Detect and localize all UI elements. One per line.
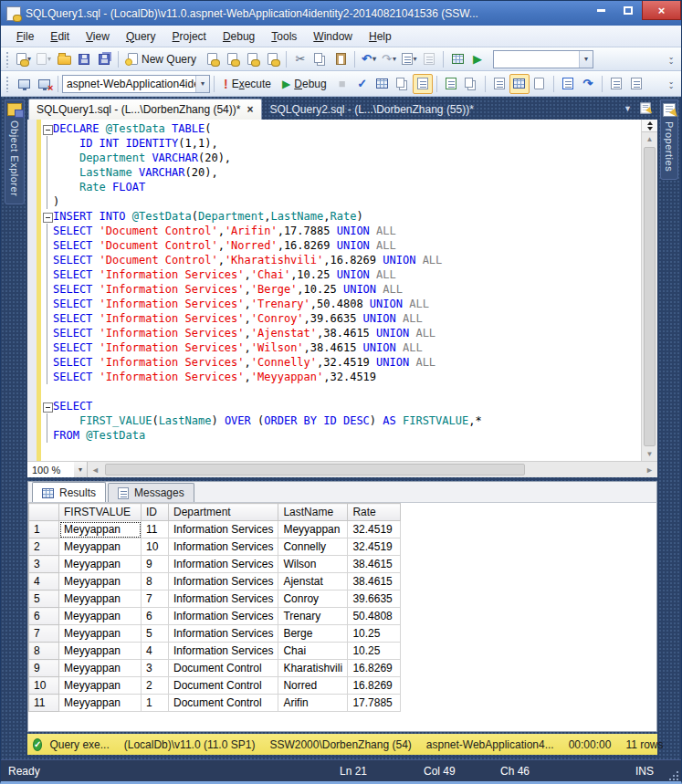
results-to-grid-button[interactable]	[509, 74, 530, 94]
code-line-7[interactable]: INSERT INTO @TestData(Department,LastNam…	[41, 209, 641, 224]
save-all-button[interactable]	[94, 49, 114, 69]
table-row[interactable]: 10Meyyappan2Document ControlNorred16.826…	[29, 677, 401, 695]
row-number-cell[interactable]: 8	[29, 643, 59, 660]
editor-vertical-scrollbar[interactable]: ▲ ▼	[641, 120, 657, 461]
row-number-cell[interactable]: 1	[29, 521, 59, 538]
connect-button[interactable]	[14, 74, 34, 94]
row-number-cell[interactable]: 3	[29, 556, 59, 573]
column-header-firstvalue[interactable]: FIRSTVALUE	[59, 504, 142, 521]
resize-grip-icon[interactable]	[666, 768, 679, 781]
code-editor[interactable]: DECLARE @TestData TABLE( ID INT IDENTITY…	[27, 120, 657, 461]
tab-results[interactable]: Results	[32, 482, 106, 502]
row-number-cell[interactable]: 6	[29, 608, 59, 625]
results-to-text-button[interactable]	[489, 74, 509, 94]
grid-cell[interactable]: Wilson	[278, 556, 348, 573]
xmla-query-button[interactable]	[262, 49, 282, 69]
grid-cell[interactable]: Document Control	[169, 677, 278, 695]
code-line-18[interactable]: SELECT 'Information Services','Meyyappan…	[41, 370, 641, 384]
menu-project[interactable]: Project	[164, 27, 215, 46]
cut-button[interactable]: ✂	[290, 49, 310, 69]
tab-messages[interactable]: Messages	[108, 483, 194, 502]
code-line-8[interactable]: SELECT 'Document Control','Arifin',17.78…	[41, 224, 641, 238]
grid-cell[interactable]: Meyyappan	[59, 591, 142, 608]
grid-cell[interactable]: Meyyappan	[59, 573, 142, 591]
menu-tools[interactable]: Tools	[263, 27, 305, 46]
menu-edit[interactable]: Edit	[42, 27, 78, 46]
table-row[interactable]: 5Meyyappan7Information ServicesConroy39.…	[29, 591, 401, 608]
grid-cell[interactable]: Information Services	[169, 556, 278, 573]
menu-view[interactable]: View	[78, 27, 118, 46]
undo-button[interactable]: ↶▾	[359, 49, 379, 69]
table-row[interactable]: 8Meyyappan4Information ServicesChai10.25	[29, 643, 401, 660]
uncomment-button[interactable]: ↷	[578, 74, 598, 94]
grid-cell[interactable]: 10	[142, 538, 169, 556]
grid-cell[interactable]: 5	[142, 625, 169, 643]
grid-cell[interactable]: Meyyappan	[59, 625, 142, 643]
comment-button[interactable]	[558, 74, 578, 94]
navigate-back-button[interactable]	[419, 49, 439, 69]
table-row[interactable]: 11Meyyappan1Document ControlArifin17.788…	[29, 695, 401, 712]
active-files-dropdown-icon[interactable]: ▼	[624, 104, 632, 113]
minimize-button[interactable]	[587, 2, 614, 20]
grid-cell[interactable]: Information Services	[169, 591, 278, 608]
column-header-lastname[interactable]: LastName	[278, 504, 348, 521]
results-to-file-button[interactable]	[530, 74, 550, 94]
specify-values-button[interactable]	[441, 74, 461, 94]
row-number-cell[interactable]: 10	[29, 677, 59, 695]
grid-cell[interactable]: Kharatishvili	[278, 660, 348, 677]
menu-help[interactable]: Help	[361, 27, 400, 46]
code-line-14[interactable]: SELECT 'Information Services','Conroy',3…	[41, 311, 641, 326]
grid-cell[interactable]: Information Services	[169, 608, 278, 625]
grid-cell[interactable]: 50.4808	[348, 608, 401, 625]
debug-button[interactable]: ▶ Debug	[277, 74, 332, 94]
mdx-query-button[interactable]	[222, 49, 242, 69]
table-row[interactable]: 3Meyyappan9Information ServicesWilson38.…	[29, 556, 401, 573]
parse-button[interactable]: ✓	[352, 74, 372, 94]
grid-cell[interactable]: 11	[142, 521, 169, 538]
code-line-11[interactable]: SELECT 'Information Services','Chai',10.…	[41, 267, 641, 282]
execute-button[interactable]: ! Execute	[218, 74, 277, 94]
row-number-cell[interactable]: 11	[29, 695, 59, 712]
properties-tab[interactable]: Properties	[660, 99, 678, 180]
code-line-17[interactable]: SELECT 'Information Services','Connelly'…	[41, 355, 641, 370]
object-explorer-tab[interactable]: Object Explorer	[5, 99, 25, 204]
code-line-10[interactable]: SELECT 'Document Control','Kharatishvili…	[41, 253, 641, 267]
fold-collapse-icon[interactable]	[41, 209, 53, 224]
code-line-2[interactable]: ID INT IDENTITY(1,1),	[41, 136, 641, 151]
grid-cell[interactable]: Meyyappan	[59, 643, 142, 660]
scroll-left-icon[interactable]: ◄	[88, 462, 103, 477]
column-header-id[interactable]: ID	[142, 504, 169, 521]
grid-cell[interactable]: Arifin	[278, 695, 348, 712]
decrease-indent-button[interactable]	[606, 74, 626, 94]
zoom-combobox[interactable]: 100 % ▾	[27, 462, 88, 477]
stop-button[interactable]: ■	[332, 74, 352, 94]
menu-query[interactable]: Query	[118, 27, 164, 46]
increase-indent-button[interactable]	[626, 74, 646, 94]
grid-cell[interactable]: 32.4519	[348, 521, 401, 538]
column-header-department[interactable]: Department	[169, 504, 278, 521]
grid-cell[interactable]: Conroy	[278, 591, 348, 608]
grid-cell[interactable]: Chai	[278, 643, 348, 660]
code-line-5[interactable]: Rate FLOAT	[41, 180, 641, 194]
grid-cell[interactable]: 39.6635	[348, 591, 401, 608]
code-line-9[interactable]: SELECT 'Document Control','Norred',16.82…	[41, 238, 641, 253]
row-number-cell[interactable]: 4	[29, 573, 59, 591]
float-window-icon[interactable]	[640, 103, 650, 114]
grid-cell[interactable]: 16.8269	[348, 677, 401, 695]
close-tab-icon[interactable]: ×	[247, 103, 253, 116]
database-combobox[interactable]: aspnet-WebApplication4ide ▾	[62, 75, 210, 93]
menu-file[interactable]: File	[8, 27, 42, 46]
results-grid[interactable]: FIRSTVALUEIDDepartmentLastNameRate 1Meyy…	[27, 502, 657, 732]
grid-cell[interactable]: Information Services	[169, 643, 278, 660]
menu-debug[interactable]: Debug	[215, 27, 263, 46]
table-row[interactable]: 1Meyyappan11Information ServicesMeyyappa…	[29, 521, 401, 538]
query-designer-button[interactable]	[393, 74, 413, 94]
change-connection-button[interactable]	[34, 74, 54, 94]
paste-button[interactable]	[331, 49, 351, 69]
grid-cell[interactable]: Document Control	[169, 660, 278, 677]
grid-cell[interactable]: Meyyappan	[59, 677, 142, 695]
table-row[interactable]: 2Meyyappan10Information ServicesConnelly…	[29, 538, 401, 556]
add-item-button[interactable]: ▾	[34, 49, 54, 69]
grid-cell[interactable]: Information Services	[169, 538, 278, 556]
editor-surface[interactable]: DECLARE @TestData TABLE( ID INT IDENTITY…	[27, 120, 641, 461]
